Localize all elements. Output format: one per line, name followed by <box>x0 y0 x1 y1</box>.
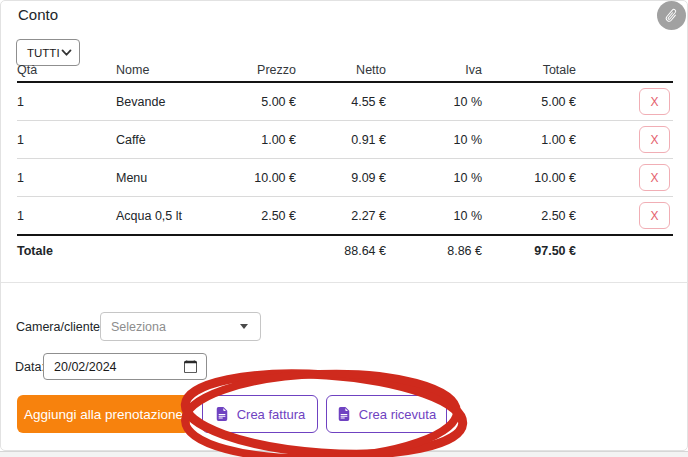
total-totale: 97.50 € <box>482 244 576 258</box>
document-icon <box>337 407 351 421</box>
bottom-strip <box>0 451 688 457</box>
table-total-row: Totale 88.64 € 8.86 € 97.50 € <box>17 236 673 265</box>
date-input[interactable] <box>44 360 172 374</box>
cell-qty: 1 <box>17 171 116 185</box>
cell-iva: 10 % <box>386 133 482 147</box>
cell-prezzo: 2.50 € <box>216 209 296 223</box>
create-receipt-label: Crea ricevuta <box>359 407 436 422</box>
col-header-netto: Netto <box>296 63 386 77</box>
cell-totale: 1.00 € <box>482 133 576 147</box>
paperclip-icon[interactable] <box>657 1 686 30</box>
cell-netto: 4.55 € <box>296 95 386 109</box>
cell-name: Acqua 0,5 lt <box>116 209 216 223</box>
table-header-row: Qtà Nome Prezzo Netto Iva Totale <box>17 59 673 83</box>
cell-netto: 9.09 € <box>296 171 386 185</box>
cell-iva: 10 % <box>386 209 482 223</box>
create-invoice-label: Crea fattura <box>237 407 306 422</box>
cell-qty: 1 <box>17 133 116 147</box>
col-header-qty: Qtà <box>17 63 116 77</box>
conto-panel: Conto TUTTI Qtà Nome Prezzo Netto Iva To… <box>0 0 688 451</box>
section-divider <box>1 282 688 283</box>
cell-prezzo: 5.00 € <box>216 95 296 109</box>
camera-cliente-label: Camera/cliente: <box>16 320 104 334</box>
total-iva: 8.86 € <box>386 244 482 258</box>
cell-name: Menu <box>116 171 216 185</box>
cell-iva: 10 % <box>386 171 482 185</box>
camera-cliente-select[interactable]: Seleziona <box>100 312 261 341</box>
table-row: 1 Menu 10.00 € 9.09 € 10 % 10.00 € X <box>17 159 673 197</box>
cell-totale: 10.00 € <box>482 171 576 185</box>
cell-iva: 10 % <box>386 95 482 109</box>
actions-row: Aggiungi alla prenotazione Crea fattura … <box>1 395 688 433</box>
cell-qty: 1 <box>17 209 116 223</box>
delete-row-button[interactable]: X <box>639 88 670 115</box>
chevron-down-icon <box>61 49 72 57</box>
cell-name: Bevande <box>116 95 216 109</box>
cell-qty: 1 <box>17 95 116 109</box>
create-invoice-button[interactable]: Crea fattura <box>202 395 318 433</box>
calendar-icon[interactable] <box>184 360 197 373</box>
camera-cliente-placeholder: Seleziona <box>111 320 166 334</box>
delete-row-button[interactable]: X <box>639 164 670 191</box>
data-label: Data: <box>15 360 45 374</box>
cell-totale: 2.50 € <box>482 209 576 223</box>
page-title: Conto <box>18 6 58 23</box>
create-receipt-button[interactable]: Crea ricevuta <box>326 395 447 433</box>
col-header-prezzo: Prezzo <box>216 63 296 77</box>
date-field-wrapper <box>43 353 207 380</box>
total-netto: 88.64 € <box>296 244 386 258</box>
add-to-booking-button[interactable]: Aggiungi alla prenotazione <box>17 395 190 433</box>
col-header-iva: Iva <box>386 63 482 77</box>
table-row: 1 Bevande 5.00 € 4.55 € 10 % 5.00 € X <box>17 83 673 121</box>
delete-row-button[interactable]: X <box>639 126 670 153</box>
cell-netto: 0.91 € <box>296 133 386 147</box>
table-row: 1 Acqua 0,5 lt 2.50 € 2.27 € 10 % 2.50 €… <box>17 197 673 236</box>
account-filter-value: TUTTI <box>27 47 60 59</box>
col-header-nome: Nome <box>116 63 216 77</box>
cell-totale: 5.00 € <box>482 95 576 109</box>
cell-prezzo: 10.00 € <box>216 171 296 185</box>
col-header-totale: Totale <box>482 63 576 77</box>
cell-name: Caffè <box>116 133 216 147</box>
caret-down-icon <box>240 324 248 329</box>
cell-netto: 2.27 € <box>296 209 386 223</box>
cell-prezzo: 1.00 € <box>216 133 296 147</box>
table-row: 1 Caffè 1.00 € 0.91 € 10 % 1.00 € X <box>17 121 673 159</box>
total-label: Totale <box>17 244 116 258</box>
delete-row-button[interactable]: X <box>639 202 670 229</box>
document-icon <box>215 407 229 421</box>
conto-items-table: Qtà Nome Prezzo Netto Iva Totale 1 Bevan… <box>17 59 673 265</box>
